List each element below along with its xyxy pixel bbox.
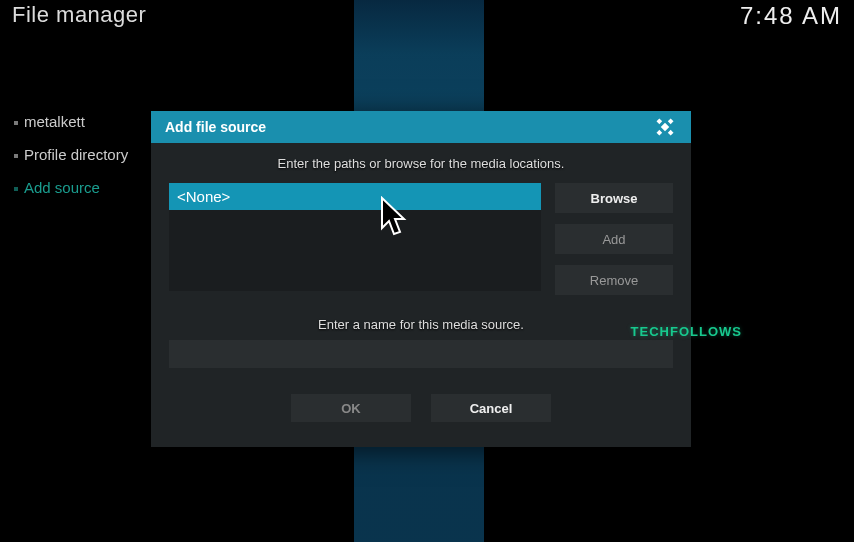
sidebar-item-label: metalkett: [24, 113, 85, 130]
source-name-input[interactable]: [169, 340, 673, 368]
browse-button[interactable]: Browse: [555, 183, 673, 213]
sidebar-item-add-source[interactable]: Add source: [0, 171, 150, 204]
bullet-icon: [14, 121, 18, 125]
clock: 7:48 AM: [740, 2, 842, 30]
sidebar-item-label: Add source: [24, 179, 100, 196]
bullet-icon: [14, 154, 18, 158]
path-entry-none[interactable]: <None>: [169, 183, 541, 210]
ok-button[interactable]: OK: [291, 394, 411, 422]
kodi-icon: [648, 110, 682, 144]
header: File manager 7:48 AM: [0, 0, 854, 36]
cancel-button[interactable]: Cancel: [431, 394, 551, 422]
sidebar: metalkett Profile directory Add source: [0, 105, 150, 204]
bullet-icon: [14, 187, 18, 191]
modal-body: Enter the paths or browse for the media …: [151, 143, 691, 422]
modal-title: Add file source: [165, 119, 266, 135]
modal-title-bar: Add file source: [151, 111, 691, 143]
watermark: TECHFOLLOWS: [631, 324, 742, 339]
page-title: File manager: [12, 2, 146, 28]
remove-button[interactable]: Remove: [555, 265, 673, 295]
svg-rect-1: [657, 119, 663, 125]
bottom-buttons: OK Cancel: [169, 394, 673, 422]
svg-rect-0: [668, 119, 674, 125]
sidebar-item-metalkett[interactable]: metalkett: [0, 105, 150, 138]
paths-row: <None> Browse Add Remove: [169, 183, 673, 295]
add-file-source-modal: Add file source Enter the paths or brows…: [151, 111, 691, 447]
svg-rect-4: [661, 123, 669, 131]
paths-instruction: Enter the paths or browse for the media …: [169, 156, 673, 171]
action-buttons: Browse Add Remove: [555, 183, 673, 295]
path-list[interactable]: <None>: [169, 183, 541, 291]
name-instruction: Enter a name for this media source.: [169, 317, 673, 332]
sidebar-item-label: Profile directory: [24, 146, 128, 163]
add-button[interactable]: Add: [555, 224, 673, 254]
sidebar-item-profile-directory[interactable]: Profile directory: [0, 138, 150, 171]
svg-rect-3: [657, 130, 663, 136]
svg-rect-2: [668, 130, 674, 136]
